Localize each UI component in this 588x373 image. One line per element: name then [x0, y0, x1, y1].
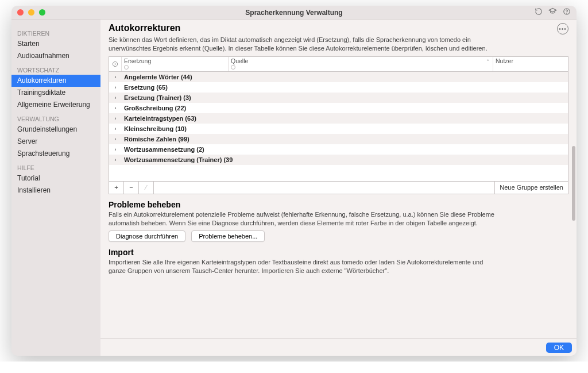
- window-body: DIKTIEREN Starten Audioaufnahmen WORTSCH…: [11, 20, 577, 356]
- diagnose-button[interactable]: Diagnose durchführen: [109, 230, 185, 242]
- edit-button[interactable]: ∕: [139, 182, 154, 194]
- footer-spacer: [154, 182, 494, 194]
- main-scroll[interactable]: Autokorrekturen Sie können das Wort defi…: [100, 20, 577, 339]
- troubleshoot-desc: Falls ein Autokorrekturelement potenziel…: [109, 210, 499, 228]
- autocorrect-table: Ersetzung Quelle ⌃ Nutzer ›An: [109, 56, 568, 194]
- sidebar-section-diktieren: DIKTIEREN: [11, 25, 100, 38]
- column-label: Quelle: [231, 57, 490, 64]
- titlebar-actions: [535, 7, 571, 18]
- row-label: Römische Zahlen (99): [122, 136, 189, 143]
- page-heading: Autokorrekturen: [109, 23, 499, 33]
- svg-point-2: [113, 61, 117, 66]
- table-body[interactable]: ›Angelernte Wörter (44) ›Ersetzung (65) …: [109, 72, 568, 181]
- main-pane: Autokorrekturen Sie können das Wort defi…: [100, 20, 577, 356]
- table-row[interactable]: ›Römische Zahlen (99): [109, 134, 568, 144]
- table-row[interactable]: ›Angelernte Wörter (44): [109, 72, 568, 82]
- sidebar-section-hilfe: HILFE: [11, 160, 100, 172]
- column-header-quelle[interactable]: Quelle ⌃: [229, 57, 493, 71]
- table-header: Ersetzung Quelle ⌃ Nutzer: [109, 57, 568, 72]
- sidebar-item-grundeinstellungen[interactable]: Grundeinstellungen: [11, 124, 100, 136]
- ok-button[interactable]: OK: [546, 343, 572, 353]
- row-label: Angelernte Wörter (44): [122, 74, 192, 80]
- chevron-right-icon[interactable]: ›: [109, 74, 122, 80]
- sidebar-item-sprachsteuerung[interactable]: Sprachsteuerung: [11, 148, 100, 160]
- refresh-icon[interactable]: [535, 7, 543, 18]
- sidebar-section-wortschatz: WORTSCHATZ: [11, 62, 100, 75]
- chevron-right-icon[interactable]: ›: [109, 105, 122, 111]
- sidebar-item-audioaufnahmen[interactable]: Audioaufnahmen: [11, 50, 100, 62]
- add-button[interactable]: +: [109, 182, 124, 194]
- sidebar: DIKTIEREN Starten Audioaufnahmen WORTSCH…: [11, 20, 100, 356]
- page-description: Sie können das Wort definieren, das im D…: [109, 36, 499, 53]
- chevron-right-icon[interactable]: ›: [109, 136, 122, 142]
- help-icon[interactable]: [563, 7, 571, 18]
- chevron-right-icon[interactable]: ›: [109, 126, 122, 132]
- filter-indicator-icon[interactable]: [231, 65, 235, 70]
- svg-point-1: [567, 13, 567, 13]
- window: Spracherkennung Verwaltung DIKTIEREN Sta…: [11, 6, 577, 356]
- chevron-right-icon[interactable]: ›: [109, 84, 122, 90]
- row-label: Karteieintragstypen (63): [122, 115, 196, 122]
- minimize-button[interactable]: [28, 9, 34, 16]
- table-row[interactable]: ›Kleinschreibung (10): [109, 124, 568, 134]
- table-row[interactable]: ›Wortzusammensetzung (2): [109, 144, 568, 155]
- table-row[interactable]: ›Großschreibung (22): [109, 103, 568, 113]
- chevron-right-icon[interactable]: ›: [109, 157, 122, 163]
- remove-button[interactable]: −: [124, 182, 139, 194]
- table-row[interactable]: ›Ersetzung (Trainer) (3): [109, 93, 568, 103]
- column-label: Ersetzung: [124, 57, 226, 64]
- import-title: Import: [109, 248, 568, 257]
- table-row[interactable]: ›Wortzusammensetzung (Trainer) (39: [109, 155, 568, 165]
- column-header-ersetzung[interactable]: Ersetzung: [122, 57, 229, 71]
- sidebar-section-verwaltung: VERWALTUNG: [11, 111, 100, 124]
- sidebar-item-tutorial[interactable]: Tutorial: [11, 172, 100, 184]
- table-footer: + − ∕ Neue Gruppe erstellen: [109, 181, 568, 194]
- traffic-lights: [17, 9, 45, 16]
- chevron-right-icon[interactable]: ›: [109, 95, 122, 101]
- sidebar-item-trainingsdiktate[interactable]: Trainingsdiktate: [11, 87, 100, 99]
- sidebar-item-allg-erweiterung[interactable]: Allgemeine Erweiterung: [11, 99, 100, 111]
- column-label: Nutzer: [496, 57, 566, 64]
- sidebar-item-server[interactable]: Server: [11, 136, 100, 148]
- row-label: Wortzusammensetzung (Trainer) (39: [122, 156, 233, 163]
- education-icon[interactable]: [548, 7, 557, 18]
- window-title: Spracherkennung Verwaltung: [11, 9, 577, 17]
- more-actions-icon[interactable]: •••: [557, 23, 568, 34]
- troubleshoot-title: Probleme beheben: [109, 200, 568, 209]
- titlebar: Spracherkennung Verwaltung: [11, 6, 577, 20]
- row-label: Kleinschreibung (10): [122, 125, 187, 132]
- row-label: Großschreibung (22): [122, 105, 186, 111]
- new-group-button[interactable]: Neue Gruppe erstellen: [494, 182, 568, 194]
- table-row[interactable]: ›Karteieintragstypen (63): [109, 113, 568, 124]
- chevron-right-icon[interactable]: ›: [109, 116, 122, 121]
- sidebar-item-autokorrekturen[interactable]: Autokorrekturen: [11, 75, 100, 87]
- sidebar-item-starten[interactable]: Starten: [11, 38, 100, 50]
- sidebar-item-installieren[interactable]: Installieren: [11, 184, 100, 197]
- table-row[interactable]: ›Ersetzung (65): [109, 82, 568, 93]
- chevron-right-icon[interactable]: ›: [109, 147, 122, 152]
- maximize-button[interactable]: [39, 9, 45, 16]
- bottom-bar: OK: [100, 339, 577, 356]
- row-label: Ersetzung (65): [122, 84, 168, 91]
- row-label: Ersetzung (Trainer) (3): [122, 94, 191, 101]
- fix-problems-button[interactable]: Probleme beheben...: [191, 230, 265, 242]
- import-desc: Importieren Sie alle Ihre eigenen Kartei…: [109, 258, 499, 275]
- column-header-nutzer[interactable]: Nutzer: [493, 57, 568, 71]
- filter-indicator-icon[interactable]: [124, 65, 129, 70]
- sort-ascending-icon: ⌃: [486, 59, 490, 64]
- expand-all-toggle[interactable]: [109, 57, 122, 71]
- row-label: Wortzusammensetzung (2): [122, 146, 204, 153]
- close-button[interactable]: [17, 9, 24, 16]
